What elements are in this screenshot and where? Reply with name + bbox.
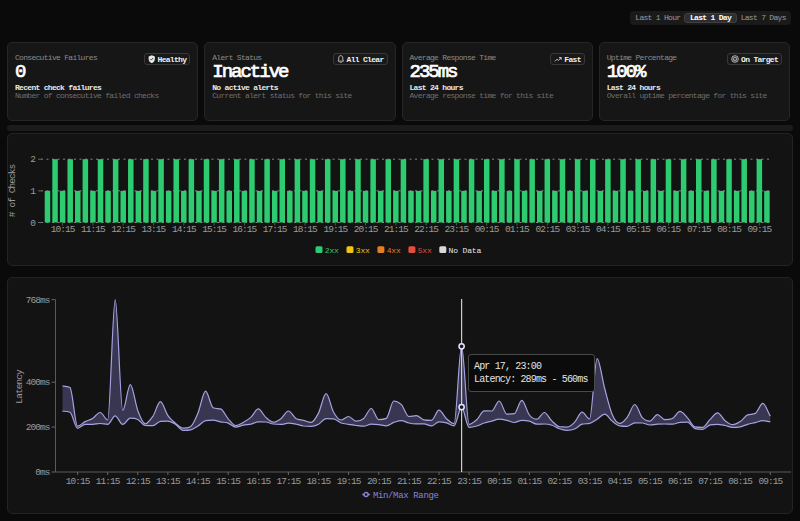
svg-text:07:15: 07:15 [687,224,712,235]
svg-text:06:15: 06:15 [657,224,682,235]
svg-text:05:15: 05:15 [638,476,663,487]
svg-text:0ms: 0ms [35,467,50,478]
svg-text:11:15: 11:15 [81,224,106,235]
svg-text:03:15: 03:15 [578,476,603,487]
svg-text:18:15: 18:15 [307,476,332,487]
svg-text:2xx: 2xx [325,246,339,255]
svg-text:400ms: 400ms [26,377,50,388]
svg-text:05:15: 05:15 [626,224,651,235]
svg-text:02:15: 02:15 [535,224,560,235]
svg-text:17:15: 17:15 [263,224,288,235]
svg-text:21:15: 21:15 [397,476,422,487]
svg-text:No Data: No Data [449,246,482,255]
svg-text:23:15: 23:15 [457,476,482,487]
svg-text:15:15: 15:15 [202,224,227,235]
svg-text:16:15: 16:15 [233,224,258,235]
svg-text:13:15: 13:15 [142,224,167,235]
svg-text:17:15: 17:15 [277,476,302,487]
svg-text:00:15: 00:15 [475,224,500,235]
svg-text:0: 0 [30,218,36,229]
svg-text:13:15: 13:15 [156,476,181,487]
svg-text:04:15: 04:15 [608,476,633,487]
svg-text:08:15: 08:15 [728,476,753,487]
svg-text:22:15: 22:15 [427,476,452,487]
svg-text:# of Checks: # of Checks [8,165,18,218]
svg-text:09:15: 09:15 [758,476,783,487]
svg-text:5xx: 5xx [418,246,432,255]
svg-text:20:15: 20:15 [354,224,379,235]
svg-text:3xx: 3xx [356,246,370,255]
svg-text:00:15: 00:15 [487,476,512,487]
svg-text:22:15: 22:15 [414,224,439,235]
svg-text:23:15: 23:15 [445,224,470,235]
svg-text:02:15: 02:15 [548,476,573,487]
svg-text:09:15: 09:15 [747,224,772,235]
svg-text:08:15: 08:15 [717,224,742,235]
svg-text:03:15: 03:15 [566,224,591,235]
svg-text:01:15: 01:15 [505,224,530,235]
svg-text:200ms: 200ms [26,422,50,433]
svg-text:1: 1 [30,186,36,197]
svg-text:16:15: 16:15 [246,476,271,487]
svg-text:19:15: 19:15 [337,476,362,487]
svg-text:2: 2 [30,154,36,165]
svg-text:06:15: 06:15 [668,476,693,487]
svg-text:11:15: 11:15 [96,476,121,487]
svg-text:12:15: 12:15 [111,224,136,235]
svg-text:4xx: 4xx [387,246,401,255]
svg-text:07:15: 07:15 [698,476,723,487]
svg-text:768ms: 768ms [26,295,50,306]
svg-text:12:15: 12:15 [126,476,151,487]
svg-text:14:15: 14:15 [172,224,197,235]
svg-text:19:15: 19:15 [323,224,348,235]
svg-text:10:15: 10:15 [66,476,91,487]
svg-text:Latency: Latency [14,369,25,404]
svg-text:01:15: 01:15 [518,476,543,487]
svg-text:21:15: 21:15 [384,224,409,235]
svg-text:04:15: 04:15 [596,224,621,235]
svg-text:15:15: 15:15 [216,476,241,487]
svg-text:Min/Max Range: Min/Max Range [373,491,439,501]
svg-text:18:15: 18:15 [293,224,318,235]
svg-text:10:15: 10:15 [51,224,76,235]
svg-text:20:15: 20:15 [367,476,392,487]
svg-text:14:15: 14:15 [186,476,211,487]
